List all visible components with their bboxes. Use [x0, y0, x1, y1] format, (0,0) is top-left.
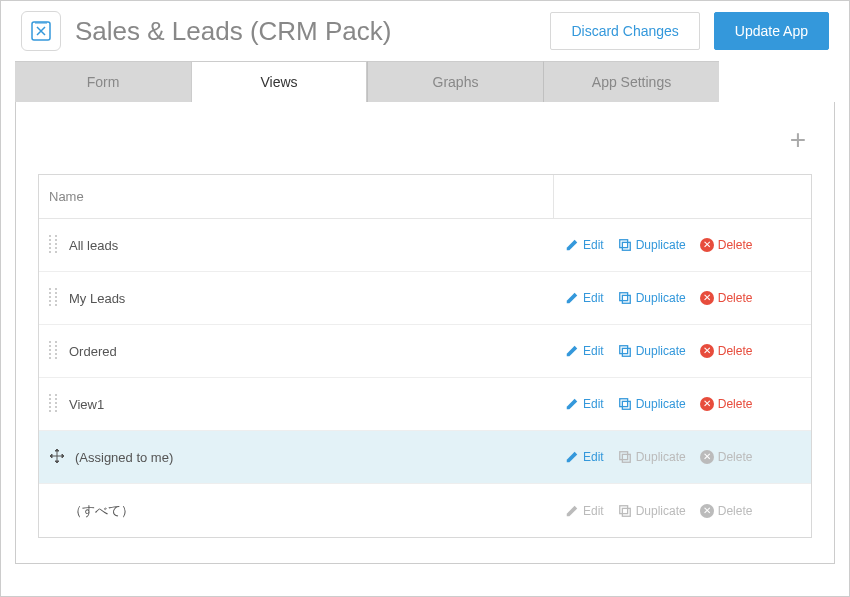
delete-icon: ✕ — [700, 504, 714, 518]
delete-icon: ✕ — [700, 238, 714, 252]
delete-icon: ✕ — [700, 450, 714, 464]
tab-app-settings[interactable]: App Settings — [543, 61, 719, 102]
app-icon — [21, 11, 61, 51]
edit-button[interactable]: Edit — [559, 340, 610, 362]
drag-handle-icon[interactable] — [49, 341, 59, 361]
view-name: (Assigned to me) — [75, 450, 173, 465]
edit-button: Edit — [559, 500, 610, 522]
table-row: View1 Edit Duplicate ✕Delete — [39, 378, 811, 431]
view-name: View1 — [69, 397, 104, 412]
duplicate-button: Duplicate — [612, 500, 692, 522]
svg-rect-6 — [622, 348, 630, 356]
table-row: All leads Edit Duplicate ✕Delete — [39, 219, 811, 272]
pencil-icon — [565, 238, 579, 252]
edit-button[interactable]: Edit — [559, 393, 610, 415]
delete-icon: ✕ — [700, 344, 714, 358]
duplicate-icon — [618, 450, 632, 464]
drag-handle-icon[interactable] — [49, 235, 59, 255]
duplicate-button[interactable]: Duplicate — [612, 393, 692, 415]
svg-rect-1 — [619, 240, 627, 248]
pencil-icon — [565, 397, 579, 411]
delete-button[interactable]: ✕Delete — [694, 287, 759, 309]
delete-icon: ✕ — [700, 397, 714, 411]
svg-rect-5 — [619, 346, 627, 354]
duplicate-icon — [618, 504, 632, 518]
svg-rect-3 — [619, 293, 627, 301]
table-row: Ordered Edit Duplicate ✕Delete — [39, 325, 811, 378]
pencil-icon — [565, 504, 579, 518]
duplicate-button: Duplicate — [612, 446, 692, 468]
drag-handle-icon[interactable] — [49, 394, 59, 414]
add-view-button[interactable]: + — [784, 124, 812, 156]
page-title: Sales & Leads (CRM Pack) — [75, 16, 536, 47]
duplicate-icon — [618, 291, 632, 305]
svg-rect-2 — [622, 242, 630, 250]
tab-graphs[interactable]: Graphs — [367, 61, 543, 102]
duplicate-icon — [618, 238, 632, 252]
duplicate-button[interactable]: Duplicate — [612, 340, 692, 362]
svg-rect-4 — [622, 295, 630, 303]
table-row: （すべて） Edit Duplicate ✕Delete — [39, 484, 811, 537]
pencil-icon — [565, 344, 579, 358]
column-header-name: Name — [39, 175, 553, 218]
edit-button[interactable]: Edit — [559, 234, 610, 256]
view-name: Ordered — [69, 344, 117, 359]
svg-rect-12 — [622, 508, 630, 516]
view-name: （すべて） — [69, 502, 134, 520]
move-cursor-icon[interactable] — [49, 448, 65, 467]
delete-button[interactable]: ✕Delete — [694, 340, 759, 362]
view-name: My Leads — [69, 291, 125, 306]
svg-rect-10 — [622, 454, 630, 462]
column-header-actions — [553, 175, 811, 218]
duplicate-button[interactable]: Duplicate — [612, 287, 692, 309]
delete-icon: ✕ — [700, 291, 714, 305]
tab-form[interactable]: Form — [15, 61, 191, 102]
delete-button[interactable]: ✕Delete — [694, 234, 759, 256]
svg-rect-9 — [619, 452, 627, 460]
delete-button: ✕Delete — [694, 500, 759, 522]
view-name: All leads — [69, 238, 118, 253]
delete-button[interactable]: ✕Delete — [694, 393, 759, 415]
delete-button: ✕Delete — [694, 446, 759, 468]
table-row: My Leads Edit Duplicate ✕Delete — [39, 272, 811, 325]
duplicate-button[interactable]: Duplicate — [612, 234, 692, 256]
pencil-icon — [565, 291, 579, 305]
pencil-icon — [565, 450, 579, 464]
table-row: (Assigned to me) Edit Duplicate ✕Delete — [39, 431, 811, 484]
duplicate-icon — [618, 344, 632, 358]
edit-button[interactable]: Edit — [559, 287, 610, 309]
tab-views[interactable]: Views — [191, 61, 367, 102]
svg-rect-8 — [622, 401, 630, 409]
drag-handle-icon[interactable] — [49, 288, 59, 308]
svg-rect-7 — [619, 399, 627, 407]
discard-button[interactable]: Discard Changes — [550, 12, 699, 50]
duplicate-icon — [618, 397, 632, 411]
update-button[interactable]: Update App — [714, 12, 829, 50]
edit-button[interactable]: Edit — [559, 446, 610, 468]
svg-rect-11 — [619, 505, 627, 513]
